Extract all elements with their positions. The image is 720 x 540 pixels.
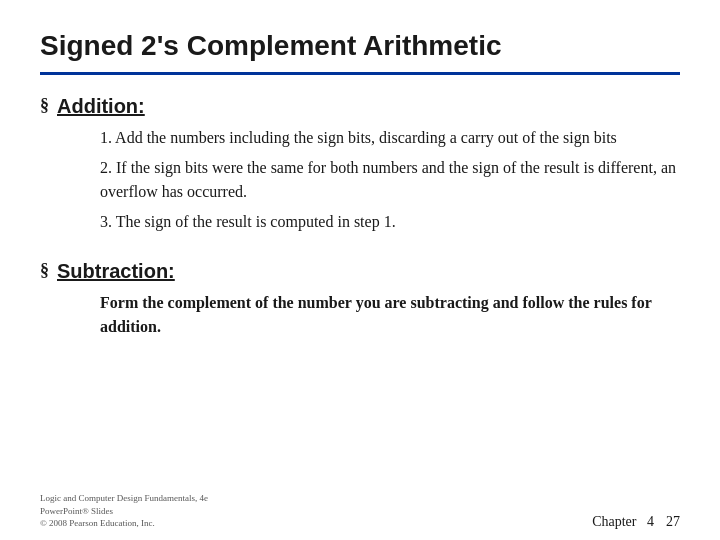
subtraction-section: § Subtraction: Form the complement of th… [40, 260, 680, 339]
subtraction-heading: § Subtraction: [40, 260, 680, 283]
content-area: § Addition: 1. Add the numbers including… [40, 95, 680, 520]
footer-right: Chapter 4 27 [592, 514, 680, 530]
title-divider [40, 72, 680, 75]
footer-chapter-label: Chapter 4 [592, 514, 654, 530]
slide-title: Signed 2's Complement Arithmetic [40, 30, 680, 62]
footer-line2: PowerPoint® Slides [40, 505, 208, 518]
footer-line1: Logic and Computer Design Fundamentals, … [40, 492, 208, 505]
addition-item-3: 3. The sign of the result is computed in… [100, 210, 680, 234]
subtraction-bullet: § [40, 260, 49, 281]
addition-item-1: 1. Add the numbers including the sign bi… [100, 126, 680, 150]
slide: Signed 2's Complement Arithmetic § Addit… [0, 0, 720, 540]
addition-bullet: § [40, 95, 49, 116]
subtraction-title: Subtraction: [57, 260, 175, 283]
addition-heading: § Addition: [40, 95, 680, 118]
addition-item-2: 2. If the sign bits were the same for bo… [100, 156, 680, 204]
footer-page-number: 27 [666, 514, 680, 530]
footer-left: Logic and Computer Design Fundamentals, … [40, 492, 208, 530]
footer-line3: © 2008 Pearson Education, Inc. [40, 517, 208, 530]
addition-content: 1. Add the numbers including the sign bi… [40, 126, 680, 240]
addition-title: Addition: [57, 95, 145, 118]
addition-section: § Addition: 1. Add the numbers including… [40, 95, 680, 240]
subtraction-content: Form the complement of the number you ar… [40, 291, 680, 339]
footer: Logic and Computer Design Fundamentals, … [0, 492, 720, 530]
